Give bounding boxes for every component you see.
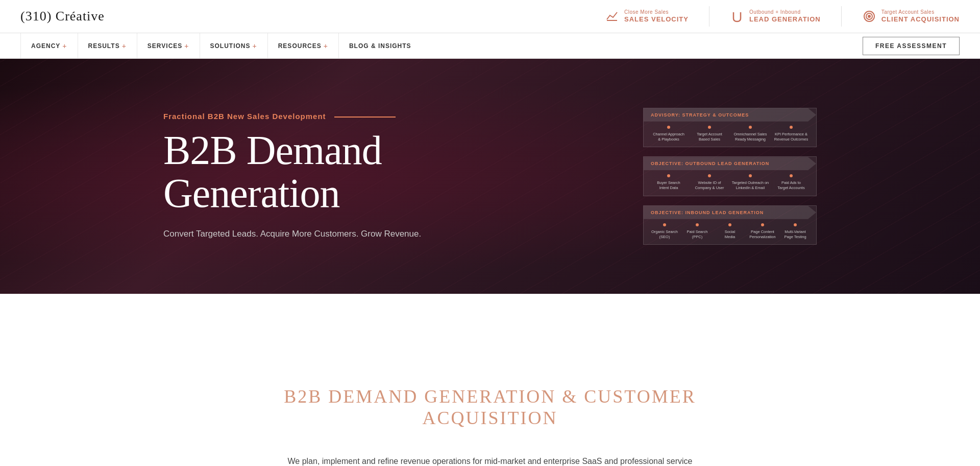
lead-gen-sub: Outbound + Inbound (749, 9, 821, 15)
diagram-dot (728, 223, 731, 226)
nav-item-services[interactable]: SERVICES + (137, 33, 200, 59)
hero-diagram: ADVISORY: STRATEGY & OUTCOMES Channel Ap… (643, 108, 817, 245)
nav-item-solutions[interactable]: SOLUTIONS + (200, 33, 268, 59)
lead-gen-main: LEAD GENERATION (749, 15, 821, 24)
intro-section: B2B DEMAND GENERATION & CUSTOMER ACQUISI… (0, 294, 980, 466)
main-nav: AGENCY + RESULTS + SERVICES + SOLUTIONS … (0, 33, 980, 59)
diagram-dot (794, 223, 797, 226)
nav-items: AGENCY + RESULTS + SERVICES + SOLUTIONS … (20, 33, 422, 59)
diagram-item: Multi-VariantPage Testing (779, 223, 811, 240)
diagram-dot (708, 126, 711, 129)
nav-plus-resources: + (324, 42, 328, 50)
diagram-dot (749, 174, 752, 177)
section-intro: B2B DEMAND GENERATION & CUSTOMER ACQUISI… (255, 335, 725, 466)
header-service-lead-generation[interactable]: Outbound + Inbound LEAD GENERATION (730, 9, 821, 24)
section-title: B2B DEMAND GENERATION & CUSTOMER ACQUISI… (276, 386, 704, 429)
diagram-header-advisory: ADVISORY: STRATEGY & OUTCOMES (644, 108, 816, 122)
diagram-item: Paid Search(PPC) (681, 223, 713, 240)
diagram-items-inbound: Organic Search(SEO) Paid Search(PPC) Soc… (644, 219, 816, 245)
diagram-item: Omnichannel SalesReady Messaging (730, 126, 770, 142)
client-acq-sub: Target Account Sales (881, 9, 960, 15)
diagram-item: Organic Search(SEO) (649, 223, 680, 240)
diagram-item: Targeted Outreach onLinkedIn & Email (730, 174, 770, 191)
hero-section: Fractional B2B New Sales Development B2B… (0, 59, 980, 294)
diagram-dot (708, 174, 711, 177)
diagram-item: Paid Ads toTarget Accounts (771, 174, 811, 191)
chart-icon (605, 9, 619, 24)
nav-item-agency[interactable]: AGENCY + (20, 33, 78, 59)
svg-point-3 (868, 15, 870, 17)
diagram-dot (790, 174, 793, 177)
section-body: We plan, implement and refine revenue op… (276, 454, 704, 466)
hero-eyebrow: Fractional B2B New Sales Development (163, 112, 602, 121)
nav-item-results[interactable]: RESULTS + (78, 33, 137, 59)
diagram-item: Channel Approach& Playbooks (649, 126, 689, 142)
u-icon (730, 9, 744, 24)
diagram-block-outbound: OBJECTIVE: OUTBOUND LEAD GENERATION Buye… (643, 156, 817, 196)
diagram-dot (761, 223, 764, 226)
diagram-header-outbound: OBJECTIVE: OUTBOUND LEAD GENERATION (644, 157, 816, 170)
header-service-sales-velocity[interactable]: Close More Sales SALES VELOCITY (605, 9, 689, 24)
nav-plus-services: + (184, 42, 189, 50)
diagram-dot (663, 223, 666, 226)
header-divider-1 (709, 6, 709, 27)
diagram-block-advisory: ADVISORY: STRATEGY & OUTCOMES Channel Ap… (643, 108, 817, 148)
sales-velocity-main: SALES VELOCITY (624, 15, 689, 24)
hero-subtitle: Convert Targeted Leads. Acquire More Cus… (163, 227, 602, 241)
diagram-dot (749, 126, 752, 129)
client-acq-main: CLIENT ACQUISITION (881, 15, 960, 24)
diagram-item: Page ContentPersonalization (747, 223, 778, 240)
nav-plus-agency: + (62, 42, 67, 50)
diagram-header-inbound: OBJECTIVE: INBOUND LEAD GENERATION (644, 206, 816, 219)
header-divider-2 (841, 6, 842, 27)
site-logo[interactable]: (310) Créative (20, 9, 105, 24)
diagram-items-advisory: Channel Approach& Playbooks Target Accou… (644, 122, 816, 147)
diagram-item: KPI Performance &Revenue Outcomes (771, 126, 811, 142)
diagram-dot (790, 126, 793, 129)
header-services: Close More Sales SALES VELOCITY Outbound… (605, 6, 960, 27)
diagram-item: Target AccountBased Sales (690, 126, 729, 142)
target-icon (862, 9, 876, 24)
nav-item-resources[interactable]: RESOURCES + (268, 33, 339, 59)
diagram-dot (667, 126, 670, 129)
header-service-client-acquisition[interactable]: Target Account Sales CLIENT ACQUISITION (862, 9, 960, 24)
diagram-dot (696, 223, 699, 226)
hero-left: Fractional B2B New Sales Development B2B… (163, 112, 602, 241)
diagram-block-inbound: OBJECTIVE: INBOUND LEAD GENERATION Organ… (643, 205, 817, 245)
diagram-items-outbound: Buyer SearchIntent Data Website ID ofCom… (644, 170, 816, 196)
nav-item-blog[interactable]: BLOG & INSIGHTS (339, 33, 422, 59)
diagram-item: Website ID ofCompany & User (690, 174, 729, 191)
nav-plus-results: + (122, 42, 127, 50)
nav-plus-solutions: + (253, 42, 257, 50)
diagram-item: Buyer SearchIntent Data (649, 174, 689, 191)
diagram-item: SocialMedia (714, 223, 746, 240)
hero-title: B2B Demand Generation (163, 129, 602, 215)
site-header: (310) Créative Close More Sales SALES VE… (0, 0, 980, 33)
free-assessment-button[interactable]: FREE ASSESSMENT (863, 37, 960, 55)
diagram: ADVISORY: STRATEGY & OUTCOMES Channel Ap… (643, 108, 817, 245)
hero-content: Fractional B2B New Sales Development B2B… (0, 108, 980, 245)
sales-velocity-sub: Close More Sales (624, 9, 689, 15)
diagram-dot (667, 174, 670, 177)
